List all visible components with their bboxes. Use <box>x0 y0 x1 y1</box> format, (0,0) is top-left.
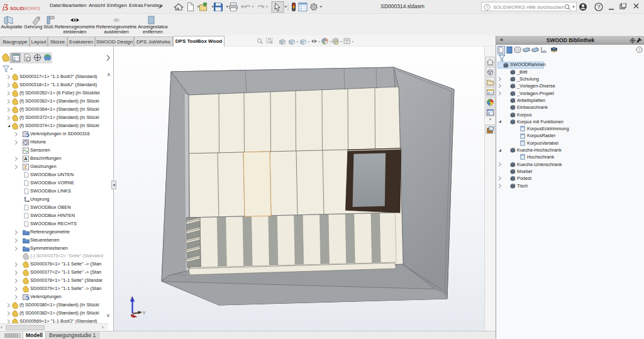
svg-text:Z: Z <box>130 296 133 301</box>
svg-text:WORKS: WORKS <box>23 6 40 11</box>
svg-text:?: ? <box>597 4 601 10</box>
svg-text:?: ? <box>486 4 489 9</box>
svg-text:Y: Y <box>143 310 146 316</box>
svg-text:A: A <box>24 156 28 162</box>
svg-text:SOLID: SOLID <box>10 6 24 11</box>
svg-text:Σ: Σ <box>25 164 28 170</box>
svg-text:?: ? <box>638 48 641 52</box>
